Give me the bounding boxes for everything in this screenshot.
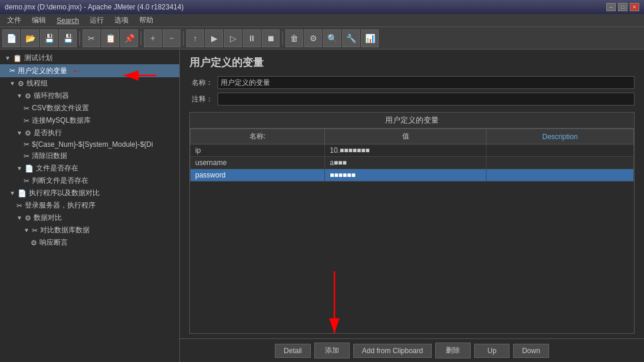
toolbar-extra2[interactable]: 📊: [361, 29, 379, 47]
tree-item-login-exec[interactable]: ✂ 登录服务器，执行程序: [0, 199, 179, 212]
toolbar-add[interactable]: ＋: [144, 29, 162, 47]
toolbar-settings[interactable]: ⚙: [304, 29, 322, 47]
tree-item-loop-ctrl[interactable]: ▼ ⚙ 循环控制器: [0, 90, 179, 102]
col-name: 名称:: [190, 129, 325, 144]
tree-item-label: 文件是否存在: [36, 163, 78, 173]
comment-input[interactable]: [218, 93, 635, 106]
table-row[interactable]: username a■■■: [190, 157, 634, 169]
col-value: 值: [325, 129, 487, 144]
toolbar-save[interactable]: 💾: [40, 29, 58, 47]
tree-item-label: 连接MySQL数据库: [32, 116, 91, 126]
table-row-selected[interactable]: password ■■■■■■: [190, 169, 634, 182]
tree-item-case[interactable]: ✂ ${Case_Num}-${System_Module}-${Di: [0, 139, 179, 150]
tree-item-assert[interactable]: ⚙ 响应断言: [0, 236, 179, 249]
execute-icon: ⚙: [25, 129, 31, 137]
assert-icon: ⚙: [31, 239, 37, 247]
toolbar-clear[interactable]: 🗑: [285, 29, 303, 47]
menu-edit[interactable]: 编辑: [27, 14, 51, 27]
tree-item-data-compare[interactable]: ▼ ⚙ 数据对比: [0, 212, 179, 224]
cell-name: ip: [190, 144, 325, 157]
minimize-button[interactable]: –: [606, 3, 616, 11]
expand-arrow: ▼: [17, 165, 22, 172]
case-icon: ✂: [24, 140, 29, 149]
menu-file[interactable]: 文件: [2, 14, 26, 27]
cell-value: a■■■: [325, 157, 487, 169]
name-label: 名称：: [189, 78, 213, 88]
expand-arrow: ▼: [17, 130, 22, 136]
toolbar-open[interactable]: 📂: [21, 29, 39, 47]
clean-icon: ✂: [24, 152, 29, 160]
expand-arrow: ▼: [24, 227, 29, 233]
table-row[interactable]: ip 10.■■■■■■■: [190, 144, 634, 157]
tree-item-execute[interactable]: ▼ ⚙ 是否执行: [0, 127, 179, 139]
menu-run[interactable]: 运行: [85, 14, 109, 27]
tree-item-csv[interactable]: ✂ CSV数据文件设置: [0, 102, 179, 114]
tree-item-user-vars[interactable]: ✂ 用户定义的变量 ←: [0, 64, 179, 77]
exec-compare-icon: 📄: [18, 189, 27, 198]
toolbar-paste[interactable]: 📌: [120, 29, 138, 47]
toolbar-remove[interactable]: －: [163, 29, 180, 47]
tree-item-label: 是否执行: [34, 128, 62, 138]
thread-group-icon: ⚙: [18, 80, 24, 88]
comment-row: 注释：: [180, 91, 644, 107]
menu-search[interactable]: Search: [52, 15, 84, 26]
toolbar: 📄 📂 💾 💾 ✂ 📋 📌 ＋ － ↑ ▶ ▷ ⏸ ⏹ 🗑 ⚙ 🔍 🔧 📊: [0, 27, 644, 50]
add-button[interactable]: 添加: [314, 343, 350, 358]
name-row: 名称：: [180, 74, 644, 91]
cell-name: username: [190, 157, 325, 169]
tree-item-clean[interactable]: ✂ 清除旧数据: [0, 150, 179, 162]
add-clipboard-button[interactable]: Add from Clipboard: [353, 344, 432, 358]
maximize-button[interactable]: □: [618, 3, 627, 11]
tree-item-db-compare[interactable]: ▼ ✂ 对比数据库数据: [0, 224, 179, 236]
cell-value: 10.■■■■■■■: [325, 144, 487, 157]
toolbar-play2[interactable]: ▷: [224, 29, 242, 47]
col-description: Description: [487, 129, 634, 144]
tree-item-label: 测试计划: [24, 53, 52, 63]
bottom-bar: Detail 添加 Add from Clipboard 删除 Up Down: [180, 338, 644, 362]
tree-item-label: CSV数据文件设置: [32, 103, 89, 113]
toolbar-play[interactable]: ▶: [205, 29, 223, 47]
delete-button[interactable]: 删除: [435, 343, 471, 358]
menu-help[interactable]: 帮助: [134, 14, 158, 27]
expand-arrow: ▼: [9, 190, 15, 196]
toolbar-save2[interactable]: 💾: [59, 29, 77, 47]
toolbar-search-icon[interactable]: 🔍: [323, 29, 341, 47]
user-vars-icon: ✂: [9, 67, 15, 75]
right-panel: 用户定义的变量 名称： 注释： 用户定义的变量 名称: 值: [180, 50, 644, 362]
toolbar-separator-1: [79, 31, 80, 45]
tree-item-check-file[interactable]: ✂ 判断文件是否存在: [0, 175, 179, 187]
tree-item-file-exist[interactable]: ▼ 📄 文件是否存在: [0, 162, 179, 175]
comment-label: 注释：: [189, 94, 213, 104]
menu-bar: 文件 编辑 Search 运行 选项 帮助: [0, 14, 644, 27]
toolbar-pause[interactable]: ⏸: [243, 29, 261, 47]
csv-icon: ✂: [24, 104, 29, 113]
menu-options[interactable]: 选项: [110, 14, 133, 27]
tree-item-mysql[interactable]: ✂ 连接MySQL数据库: [0, 114, 179, 127]
tree-item-thread-group[interactable]: ▼ ⚙ 线程组: [0, 77, 179, 90]
down-button[interactable]: Down: [513, 344, 549, 358]
tree-item-exec-compare[interactable]: ▼ 📄 执行程序以及数据对比: [0, 187, 179, 199]
table-section: 用户定义的变量 名称: 值 Description ip: [189, 112, 635, 334]
toolbar-extra[interactable]: 🔧: [342, 29, 360, 47]
tree-item-testplan[interactable]: ▼ 📋 测试计划: [0, 52, 179, 64]
tree-item-label: 清除旧数据: [32, 151, 67, 161]
toolbar-copy[interactable]: 📋: [101, 29, 119, 47]
name-input[interactable]: [218, 76, 635, 89]
table-wrapper[interactable]: 名称: 值 Description ip 10.■■■■■■■: [189, 128, 635, 334]
window-title: demo.jmx (D:\demo.jmx) - Apache JMeter (…: [5, 3, 183, 11]
tree-item-label: 登录服务器，执行程序: [25, 200, 96, 210]
login-exec-icon: ✂: [17, 202, 22, 210]
toolbar-stop[interactable]: ⏹: [262, 29, 280, 47]
cell-value: ■■■■■■: [325, 169, 487, 182]
tree-panel: ▼ 📋 测试计划 ✂ 用户定义的变量 ← ▼ ⚙ 线程组 ▼ ⚙ 循环控制器 ✂: [0, 50, 180, 362]
toolbar-move-up[interactable]: ↑: [186, 29, 204, 47]
tree-item-label: 数据对比: [34, 213, 62, 223]
detail-button[interactable]: Detail: [275, 344, 311, 358]
toolbar-new[interactable]: 📄: [2, 29, 20, 47]
up-button[interactable]: Up: [474, 344, 510, 358]
cell-desc: [487, 144, 634, 157]
cell-desc: [487, 157, 634, 169]
close-button[interactable]: ✕: [630, 3, 639, 11]
mysql-icon: ✂: [24, 117, 29, 125]
toolbar-cut[interactable]: ✂: [83, 29, 100, 47]
